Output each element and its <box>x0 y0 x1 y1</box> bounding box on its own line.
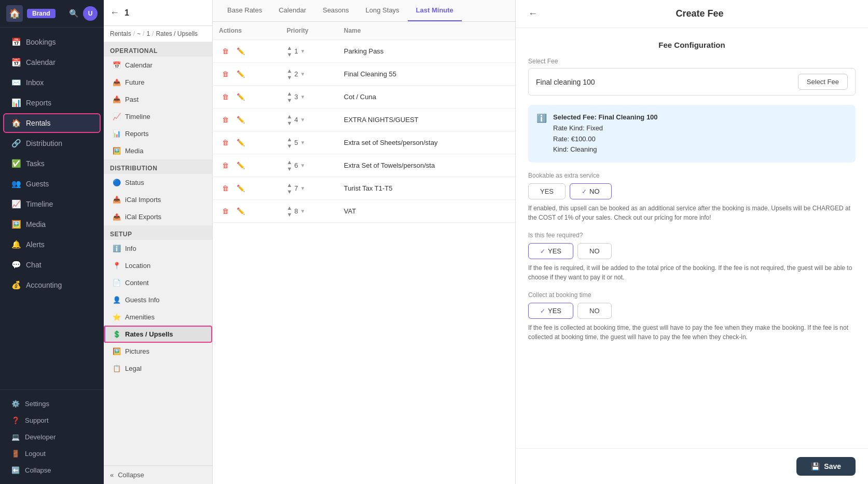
required-yes-btn[interactable]: ✓ YES <box>528 243 573 259</box>
tab-calendar[interactable]: Calendar <box>270 0 314 21</box>
edit-btn[interactable]: ✏️ <box>235 182 247 195</box>
breadcrumb: Rentals / ~ / 1 / Rates / Upsells <box>104 26 212 42</box>
required-no-btn[interactable]: NO <box>577 243 612 259</box>
sidebar-collapse-btn[interactable]: ⬅️ Collapse <box>3 462 101 478</box>
sort-up-icon[interactable]: ▲ <box>286 159 292 165</box>
sort-up-icon[interactable]: ▲ <box>286 45 292 51</box>
sort-up-icon[interactable]: ▲ <box>286 182 292 188</box>
sidebar-item-rentals[interactable]: 🏠 Rentals <box>3 113 101 133</box>
sidebar-item-timeline[interactable]: 📈 Timeline <box>3 194 101 214</box>
bookable-no-label: NO <box>589 187 600 195</box>
required-yes-label: YES <box>548 247 561 255</box>
middle-nav-reports[interactable]: 📊 Reports <box>104 125 212 142</box>
delete-btn[interactable]: 🗑 <box>219 68 231 80</box>
media-small-icon: 🖼️ <box>113 147 121 155</box>
sort-down-icon[interactable]: ▼ <box>286 166 292 172</box>
sort-up-icon[interactable]: ▲ <box>286 205 292 211</box>
sort-down-icon[interactable]: ▼ <box>286 189 292 195</box>
middle-nav-status[interactable]: 🔵 Status <box>104 174 212 191</box>
sidebar-item-accounting[interactable]: 💰 Accounting <box>3 275 101 295</box>
settings-label: Settings <box>25 400 49 408</box>
sidebar-item-tasks[interactable]: ✅ Tasks <box>3 154 101 173</box>
collect-no-btn[interactable]: NO <box>577 303 612 319</box>
sort-down-icon[interactable]: ▼ <box>286 97 292 103</box>
middle-nav-past[interactable]: 📥 Past <box>104 91 212 108</box>
back-button[interactable]: ← <box>110 7 119 18</box>
sidebar-item-calendar[interactable]: 📆 Calendar <box>3 52 101 72</box>
edit-btn[interactable]: ✏️ <box>235 91 247 103</box>
sidebar-item-support[interactable]: ❓ Support <box>3 412 101 428</box>
select-fee-button[interactable]: Select Fee <box>798 74 848 90</box>
sidebar-item-reports[interactable]: 📊 Reports <box>3 93 101 113</box>
sort-down-icon[interactable]: ▼ <box>286 51 292 58</box>
middle-nav-pictures[interactable]: 🖼️ Pictures <box>104 343 212 360</box>
sidebar-item-alerts[interactable]: 🔔 Alerts <box>3 235 101 254</box>
delete-btn[interactable]: 🗑 <box>219 159 231 172</box>
sort-down-icon[interactable]: ▼ <box>286 120 292 126</box>
delete-btn[interactable]: 🗑 <box>219 45 231 58</box>
middle-panel: ← 1 Rentals / ~ / 1 / Rates / Upsells Op… <box>104 0 213 484</box>
sort-up-icon[interactable]: ▲ <box>286 136 292 142</box>
middle-nav-legal[interactable]: 📋 Legal <box>104 360 212 377</box>
right-footer: 💾 Save <box>516 448 868 484</box>
middle-nav-ical-exports[interactable]: 📤 iCal Exports <box>104 208 212 225</box>
edit-btn[interactable]: ✏️ <box>235 159 247 172</box>
tab-long-stays[interactable]: Long Stays <box>357 0 408 21</box>
tab-seasons[interactable]: Seasons <box>314 0 357 21</box>
middle-nav-guests-info[interactable]: 👤 Guests Info <box>104 291 212 308</box>
middle-nav-future[interactable]: 📤 Future <box>104 74 212 91</box>
sort-up-icon[interactable]: ▲ <box>286 68 292 74</box>
middle-collapse-btn[interactable]: « Collapse <box>104 465 212 484</box>
sidebar-footer: ⚙️ Settings ❓ Support 💻 Developer 🚪 Logo… <box>0 389 104 484</box>
middle-nav-timeline[interactable]: 📈 Timeline <box>104 108 212 125</box>
delete-btn[interactable]: 🗑 <box>219 91 231 103</box>
middle-nav-ical-imports[interactable]: 📥 iCal Imports <box>104 191 212 208</box>
sort-up-icon[interactable]: ▲ <box>286 90 292 97</box>
sort-down-icon[interactable]: ▼ <box>286 143 292 149</box>
edit-btn[interactable]: ✏️ <box>235 137 247 149</box>
middle-nav-rates-upsells[interactable]: 💲 Rates / Upsells <box>104 326 212 343</box>
search-icon[interactable]: 🔍 <box>69 9 79 18</box>
reports-icon: 📊 <box>11 98 21 107</box>
middle-nav-content[interactable]: 📄 Content <box>104 274 212 291</box>
sort-down-icon[interactable]: ▼ <box>286 74 292 80</box>
collect-yes-btn[interactable]: ✓ YES <box>528 303 573 319</box>
check-icon: ✓ <box>582 188 587 195</box>
collapse-chevron-icon: « <box>110 471 114 479</box>
sidebar-item-distribution[interactable]: 🔗 Distribution <box>3 133 101 153</box>
edit-btn[interactable]: ✏️ <box>235 114 247 126</box>
middle-nav-location[interactable]: 📍 Location <box>104 257 212 274</box>
chevron-down-icon: ▼ <box>300 208 306 214</box>
create-fee-back-button[interactable]: ← <box>528 8 538 19</box>
bookable-yes-btn[interactable]: YES <box>528 183 566 199</box>
delete-btn[interactable]: 🗑 <box>219 137 231 149</box>
sidebar-item-settings[interactable]: ⚙️ Settings <box>3 396 101 412</box>
sort-down-icon[interactable]: ▼ <box>286 211 292 218</box>
tab-base-rates[interactable]: Base Rates <box>219 0 270 21</box>
delete-btn[interactable]: 🗑 <box>219 114 231 126</box>
delete-btn[interactable]: 🗑 <box>219 182 231 195</box>
middle-nav-info[interactable]: ℹ️ Info <box>104 240 212 257</box>
middle-nav-media[interactable]: 🖼️ Media <box>104 142 212 159</box>
tab-last-minute[interactable]: Last Minute <box>408 0 462 21</box>
sidebar-item-guests[interactable]: 👥 Guests <box>3 174 101 194</box>
sidebar-item-logout[interactable]: 🚪 Logout <box>3 446 101 462</box>
delete-btn[interactable]: 🗑 <box>219 205 231 218</box>
sidebar-item-inbox[interactable]: ✉️ Inbox <box>3 73 101 92</box>
sidebar-item-media[interactable]: 🖼️ Media <box>3 214 101 234</box>
edit-btn[interactable]: ✏️ <box>235 45 247 58</box>
sidebar-item-label: Guests <box>26 180 49 188</box>
middle-nav-calendar[interactable]: 📅 Calendar <box>104 57 212 74</box>
sort-up-icon[interactable]: ▲ <box>286 113 292 119</box>
edit-btn[interactable]: ✏️ <box>235 68 247 80</box>
bookable-no-btn[interactable]: ✓ NO <box>570 183 612 199</box>
sidebar-item-developer[interactable]: 💻 Developer <box>3 429 101 445</box>
edit-btn[interactable]: ✏️ <box>235 205 247 218</box>
user-avatar[interactable]: U <box>83 6 98 21</box>
row-priority: ▲ ▼ 5 ▼ <box>280 131 337 154</box>
sidebar-item-label: Rentals <box>26 119 50 127</box>
middle-nav-amenities[interactable]: ⭐ Amenities <box>104 308 212 326</box>
save-button[interactable]: 💾 Save <box>796 457 856 476</box>
sidebar-item-bookings[interactable]: 📅 Bookings <box>3 32 101 52</box>
sidebar-item-chat[interactable]: 💬 Chat <box>3 255 101 275</box>
